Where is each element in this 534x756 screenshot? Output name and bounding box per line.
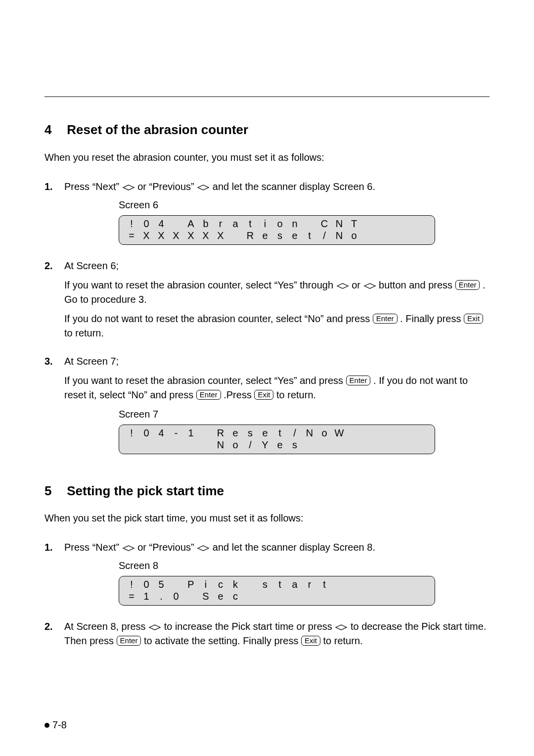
section-4-number: 4 bbox=[44, 121, 63, 140]
page-footer: 7-8 bbox=[44, 718, 67, 732]
lcd-cell: c bbox=[228, 590, 243, 602]
lcd-cell: 1 bbox=[183, 427, 198, 439]
lcd-cell: X bbox=[183, 230, 198, 241]
lcd-cell bbox=[183, 439, 198, 451]
step-marker: 1. bbox=[44, 540, 53, 555]
lcd-cell bbox=[243, 578, 258, 590]
diamond-left-icon bbox=[197, 184, 210, 191]
section-4: 4 Reset of the abrasion counter When you… bbox=[44, 121, 490, 454]
lcd-cell bbox=[347, 590, 361, 602]
lcd-cell bbox=[302, 590, 317, 602]
lcd-cell bbox=[124, 439, 139, 451]
lcd-cell: r bbox=[213, 218, 228, 230]
lcd-row: =1.0Sec bbox=[119, 590, 435, 602]
diamond-right-icon bbox=[336, 283, 349, 289]
lcd-cell: C bbox=[317, 218, 332, 230]
lcd-cell bbox=[169, 439, 183, 451]
lcd-cell: o bbox=[272, 218, 287, 230]
lcd-cell: 4 bbox=[154, 218, 169, 230]
lcd-cell: N bbox=[332, 230, 347, 241]
step-para: If you want to reset the abrasion counte… bbox=[64, 374, 490, 402]
diamond-left-icon bbox=[335, 624, 348, 631]
screen-7-block: Screen 7 !04-1Reset/NoWNo/Yes bbox=[119, 407, 490, 454]
lcd-row: No/Yes bbox=[119, 439, 435, 451]
lcd-cell: = bbox=[124, 230, 139, 241]
lcd-cell: n bbox=[287, 218, 302, 230]
lcd-cell: N bbox=[332, 218, 347, 230]
lcd-cell: t bbox=[302, 230, 317, 241]
lcd-cell bbox=[272, 590, 287, 602]
screen-6-label: Screen 6 bbox=[119, 198, 490, 212]
lcd-cell: c bbox=[213, 578, 228, 590]
bullet-icon bbox=[44, 723, 49, 728]
lcd-cell: i bbox=[198, 578, 213, 590]
section-4-step-2: 2. At Screen 6; If you want to reset the… bbox=[44, 259, 490, 340]
svg-marker-4 bbox=[123, 546, 134, 551]
lcd-cell bbox=[154, 439, 169, 451]
enter-key-icon: Enter bbox=[455, 280, 480, 290]
lcd-cell: X bbox=[198, 230, 213, 241]
lcd-cell: N bbox=[302, 427, 317, 439]
lcd-row: !04-1Reset/NoW bbox=[119, 427, 435, 439]
enter-key-icon: Enter bbox=[346, 376, 371, 385]
section-5-title: Setting the pick start time bbox=[67, 483, 224, 498]
section-5: 5 Setting the pick start time When you s… bbox=[44, 482, 490, 649]
page-number: 7-8 bbox=[52, 719, 67, 730]
section-4-step-1: 1. Press “Next” or “Previous” and let th… bbox=[44, 180, 490, 245]
lcd-cell: / bbox=[243, 439, 258, 451]
lcd-cell: A bbox=[183, 218, 198, 230]
lcd-cell bbox=[183, 590, 198, 602]
enter-key-icon: Enter bbox=[117, 636, 141, 646]
lcd-cell: X bbox=[139, 230, 154, 241]
lcd-cell: T bbox=[347, 218, 361, 230]
lcd-cell: e bbox=[258, 427, 272, 439]
lcd-cell bbox=[169, 578, 183, 590]
lcd-cell: e bbox=[258, 230, 272, 241]
section-5-intro: When you set the pick start time, you mu… bbox=[44, 511, 490, 525]
lcd-cell bbox=[347, 427, 361, 439]
lcd-cell bbox=[347, 439, 361, 451]
lcd-cell: o bbox=[228, 439, 243, 451]
lcd-cell: P bbox=[183, 578, 198, 590]
enter-key-icon: Enter bbox=[196, 390, 221, 400]
horizontal-rule bbox=[44, 96, 490, 97]
lcd-cell bbox=[317, 439, 332, 451]
lcd-cell: 4 bbox=[154, 427, 169, 439]
section-5-heading: 5 Setting the pick start time bbox=[44, 482, 490, 501]
lcd-cell bbox=[139, 439, 154, 451]
lcd-cell: s bbox=[272, 230, 287, 241]
lcd-cell bbox=[302, 439, 317, 451]
lcd-cell bbox=[347, 578, 361, 590]
step-head: At Screen 7; bbox=[64, 354, 490, 369]
screen-8-lcd: !05Pickstart=1.0Sec bbox=[119, 576, 435, 606]
lcd-cell: = bbox=[124, 590, 139, 602]
diamond-right-icon bbox=[148, 624, 161, 631]
section-5-step-1: 1. Press “Next” or “Previous” and let th… bbox=[44, 540, 490, 606]
diamond-left-icon bbox=[197, 545, 210, 552]
section-4-step-3: 3. At Screen 7; If you want to reset the… bbox=[44, 354, 490, 454]
lcd-cell: / bbox=[287, 427, 302, 439]
exit-key-icon: Exit bbox=[301, 636, 320, 646]
step-head: At Screen 6; bbox=[64, 259, 490, 273]
lcd-cell: X bbox=[213, 230, 228, 241]
svg-marker-3 bbox=[364, 284, 375, 288]
lcd-cell: t bbox=[243, 218, 258, 230]
step-text: Press “Next” or “Previous” and let the s… bbox=[64, 180, 490, 194]
svg-marker-7 bbox=[336, 625, 347, 630]
lcd-cell: e bbox=[287, 230, 302, 241]
section-4-intro: When you reset the abrasion counter, you… bbox=[44, 150, 490, 165]
lcd-cell: i bbox=[258, 218, 272, 230]
lcd-cell: Y bbox=[258, 439, 272, 451]
lcd-cell: ! bbox=[124, 427, 139, 439]
screen-6-lcd: !04AbrationCNT=XXXXXXReset/No bbox=[119, 215, 435, 245]
lcd-cell bbox=[228, 230, 243, 241]
section-5-steps: 1. Press “Next” or “Previous” and let th… bbox=[44, 540, 490, 648]
lcd-cell: X bbox=[154, 230, 169, 241]
lcd-cell: . bbox=[154, 590, 169, 602]
lcd-cell bbox=[198, 427, 213, 439]
lcd-cell: b bbox=[198, 218, 213, 230]
svg-marker-5 bbox=[198, 546, 209, 551]
lcd-cell: R bbox=[243, 230, 258, 241]
lcd-cell: a bbox=[287, 578, 302, 590]
diamond-right-icon bbox=[122, 184, 135, 191]
